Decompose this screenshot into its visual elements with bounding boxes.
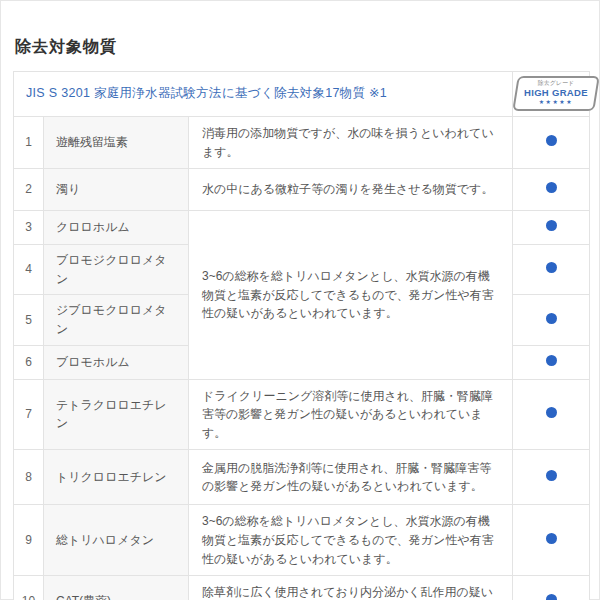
- dot-cell: [513, 576, 590, 600]
- substance-number: 5: [14, 295, 44, 345]
- dot-cell: [513, 379, 590, 450]
- dot-cell: [513, 345, 590, 379]
- substance-name: トリクロロエチレン: [44, 450, 189, 505]
- page-title: 除去対象物質: [15, 37, 117, 58]
- substance-number: 8: [14, 450, 44, 505]
- dot-cell: [513, 505, 590, 576]
- substance-name: テトラクロロエチレン: [44, 379, 189, 450]
- grade-stars: ★★★★★: [524, 99, 588, 106]
- removal-dot: [546, 135, 557, 146]
- substance-description: 消毒用の添加物質ですが、水の味を損うといわれています。: [189, 117, 513, 169]
- table-row: 1 遊離残留塩素 消毒用の添加物質ですが、水の味を損うといわれています。: [14, 117, 590, 169]
- table-row: 9 総トリハロメタン 3~6の総称を総トリハロメタンとし、水質水源の有機物質と塩…: [14, 505, 590, 576]
- grade-badge-inner: 除去グレード HIGH GRADE ★★★★★: [524, 80, 588, 106]
- dot-cell: [513, 245, 590, 295]
- dot-cell: [513, 169, 590, 211]
- table-row: 3 クロロホルム 3~6の総称を総トリハロメタンとし、水質水源の有機物質と塩素が…: [14, 211, 590, 245]
- removal-dot: [546, 594, 557, 600]
- grade-badge: 除去グレード HIGH GRADE ★★★★★: [512, 76, 599, 111]
- dot-cell: [513, 295, 590, 345]
- table-row: 10 CAT(農薬) 除草剤に広く使用されており内分泌かく乱作用の疑いがあるとい…: [14, 576, 590, 600]
- grade-badge-cell: 除去グレード HIGH GRADE ★★★★★: [513, 72, 590, 117]
- removal-substances-table: JIS S 3201 家庭用浄水器試験方法に基づく除去対象17物質 ※1 除去グ…: [13, 71, 590, 600]
- table-row: 2 濁り 水の中にある微粒子等の濁りを発生させる物質です。: [14, 169, 590, 211]
- substance-number: 1: [14, 117, 44, 169]
- substance-description: 水の中にある微粒子等の濁りを発生させる物質です。: [189, 169, 513, 211]
- substance-number: 4: [14, 245, 44, 295]
- removal-dot: [546, 262, 557, 273]
- removal-dot: [546, 407, 557, 418]
- substance-description-merged: 3~6の総称を総トリハロメタンとし、水質水源の有機物質と塩素が反応してできるもの…: [189, 211, 513, 379]
- substance-description: 金属用の脱脂洗浄剤等に使用され、肝臓・腎臓障害等の影響と発ガン性の疑いがあるとい…: [189, 450, 513, 505]
- substance-description: 除草剤に広く使用されており内分泌かく乱作用の疑いがあるといわれています。: [189, 576, 513, 600]
- removal-dot: [546, 533, 557, 544]
- removal-dot: [546, 355, 557, 366]
- table-row: 8 トリクロロエチレン 金属用の脱脂洗浄剤等に使用され、肝臓・腎臓障害等の影響と…: [14, 450, 590, 505]
- substance-name: CAT(農薬): [44, 576, 189, 600]
- grade-badge-title: HIGH GRADE: [524, 88, 588, 100]
- removal-dot: [546, 220, 557, 231]
- removal-dot: [546, 470, 557, 481]
- substance-number: 3: [14, 211, 44, 245]
- removal-dot: [546, 182, 557, 193]
- substance-number: 6: [14, 345, 44, 379]
- substance-name: ブロモホルム: [44, 345, 189, 379]
- table-row: 7 テトラクロロエチレン ドライクリーニング溶剤等に使用され、肝臓・腎臓障害等の…: [14, 379, 590, 450]
- page: 除去対象物質 JIS S 3201 家庭用浄水器試験方法に基づく除去対象17物質…: [0, 0, 600, 600]
- table-header-row: JIS S 3201 家庭用浄水器試験方法に基づく除去対象17物質 ※1 除去グ…: [14, 72, 590, 117]
- table-header-label: JIS S 3201 家庭用浄水器試験方法に基づく除去対象17物質 ※1: [14, 72, 513, 117]
- substance-description: 3~6の総称を総トリハロメタンとし、水質水源の有機物質と塩素が反応してできるもの…: [189, 505, 513, 576]
- dot-cell: [513, 211, 590, 245]
- dot-cell: [513, 450, 590, 505]
- substance-number: 7: [14, 379, 44, 450]
- substance-name: ジブロモクロロメタン: [44, 295, 189, 345]
- substance-number: 9: [14, 505, 44, 576]
- dot-cell: [513, 117, 590, 169]
- removal-dot: [546, 313, 557, 324]
- substance-description: ドライクリーニング溶剤等に使用され、肝臓・腎臓障害等の影響と発ガン性の疑いがある…: [189, 379, 513, 450]
- substance-name: 遊離残留塩素: [44, 117, 189, 169]
- substance-name: 総トリハロメタン: [44, 505, 189, 576]
- substance-number: 10: [14, 576, 44, 600]
- substance-name: クロロホルム: [44, 211, 189, 245]
- substance-name: ブロモジクロロメタン: [44, 245, 189, 295]
- substance-name: 濁り: [44, 169, 189, 211]
- substance-number: 2: [14, 169, 44, 211]
